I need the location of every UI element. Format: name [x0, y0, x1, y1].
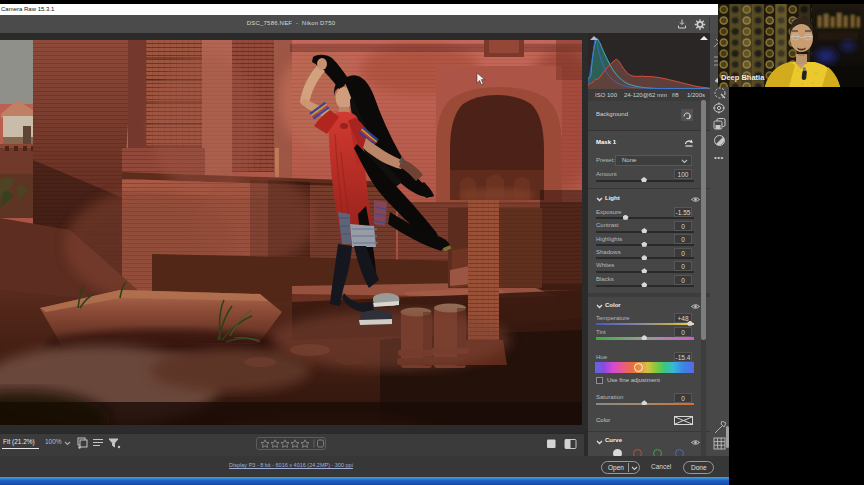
svg-text:Deep Bhatia: Deep Bhatia	[721, 73, 765, 82]
